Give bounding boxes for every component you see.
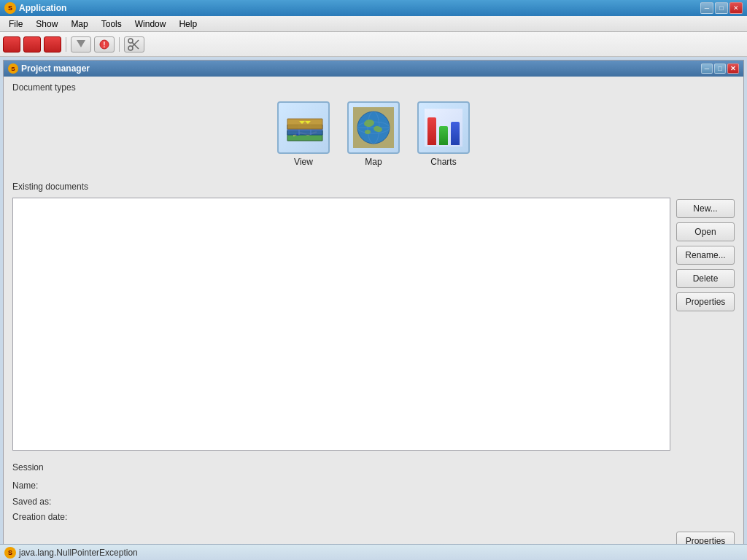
svg-marker-0 (77, 40, 85, 47)
session-saved-as: Saved as: (12, 494, 735, 510)
pm-controls: ─ □ ✕ (701, 63, 739, 74)
menu-file[interactable]: File (3, 18, 28, 31)
maximize-button[interactable]: □ (715, 2, 728, 14)
arrow-icon (75, 39, 87, 50)
bar-red (427, 117, 436, 145)
pm-close-button[interactable]: ✕ (727, 63, 739, 74)
svg-point-23 (365, 130, 371, 134)
existing-docs-section: Existing documents New... Open Rename... (12, 182, 735, 451)
toolbar-arrow-button[interactable] (71, 36, 91, 52)
pm-title: Project manager (21, 63, 90, 74)
project-manager-panel: S Project manager ─ □ ✕ Document types (3, 60, 744, 557)
docs-list[interactable] (12, 198, 670, 451)
app-title: Application (19, 3, 66, 13)
scissors-icon (128, 38, 141, 51)
charts-label: Charts (430, 157, 456, 167)
doc-types-area: View (12, 98, 735, 170)
minimize-button[interactable]: ─ (700, 2, 713, 14)
toolbar-red-btn-3[interactable] (44, 36, 61, 52)
title-bar-controls: ─ □ ✕ (700, 2, 743, 14)
docs-container: New... Open Rename... Delete Properties (12, 198, 735, 451)
title-bar-left: S Application (4, 2, 66, 14)
menu-tools[interactable]: Tools (96, 18, 128, 31)
svg-text:!: ! (103, 41, 105, 49)
menu-show[interactable]: Show (30, 18, 63, 31)
status-icon: S (4, 547, 16, 559)
doc-types-label: Document types (12, 82, 735, 93)
pm-body: Document types (4, 77, 743, 556)
delete-button[interactable]: Delete (676, 269, 735, 288)
toolbar-separator-2 (119, 37, 120, 52)
bar-green (439, 126, 448, 145)
pm-maximize-button[interactable]: □ (714, 63, 726, 74)
view-label: View (294, 157, 313, 167)
pm-title-bar: S Project manager ─ □ ✕ (4, 61, 743, 77)
menu-map[interactable]: Map (65, 18, 93, 31)
toolbar-stop-button[interactable]: ! (94, 36, 115, 52)
stop-icon: ! (99, 39, 109, 50)
view-icon-svg (285, 109, 325, 149)
rename-button[interactable]: Rename... (676, 246, 735, 265)
docs-buttons: New... Open Rename... Delete Properties (676, 198, 735, 451)
toolbar: ! (0, 32, 747, 57)
status-bar: S java.lang.NullPointerException (0, 544, 747, 560)
map-icon-svg (353, 107, 394, 148)
session-creation-date: Creation date: (12, 510, 735, 526)
svg-marker-13 (287, 119, 322, 129)
session-label: Session (12, 462, 735, 472)
title-bar: S Application ─ □ ✕ (0, 0, 747, 16)
view-icon-inner (285, 109, 322, 147)
pm-minimize-button[interactable]: ─ (701, 63, 713, 74)
toolbar-separator-1 (66, 37, 66, 52)
menu-help[interactable]: Help (173, 18, 203, 31)
doc-type-map[interactable]: Map (344, 98, 403, 170)
menu-bar: File Show Map Tools Window Help (0, 16, 747, 32)
status-text: java.lang.NullPointerException (19, 548, 138, 558)
doc-type-charts[interactable]: Charts (414, 98, 473, 170)
session-name: Name: (12, 478, 735, 494)
app-icon: S (4, 2, 16, 14)
pm-icon: S (8, 63, 18, 74)
view-icon-container (277, 101, 330, 154)
pm-title-left: S Project manager (8, 63, 90, 74)
charts-icon-inner (425, 109, 462, 147)
existing-docs-label: Existing documents (12, 182, 735, 192)
toolbar-red-btn-1[interactable] (3, 36, 20, 52)
map-icon-container (347, 101, 400, 154)
main-content: S Project manager ─ □ ✕ Document types (0, 57, 747, 560)
session-section: Session Name: Saved as: Creation date: P… (12, 459, 735, 551)
doc-type-view[interactable]: View (274, 98, 333, 170)
map-label: Map (365, 157, 382, 167)
menu-window[interactable]: Window (129, 18, 172, 31)
close-button[interactable]: ✕ (729, 2, 743, 14)
toolbar-tools-button[interactable] (124, 36, 144, 52)
charts-icon-container (417, 101, 470, 154)
toolbar-red-btn-2[interactable] (23, 36, 41, 52)
bar-blue (451, 122, 460, 145)
open-button[interactable]: Open (676, 222, 735, 241)
new-button[interactable]: New... (676, 199, 735, 218)
properties-button-top[interactable]: Properties (676, 292, 735, 311)
